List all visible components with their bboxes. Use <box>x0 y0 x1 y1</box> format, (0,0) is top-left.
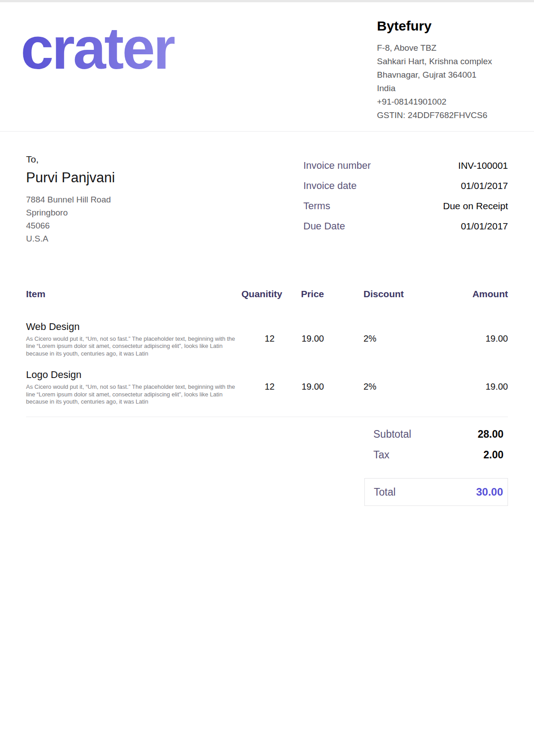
customer-address: 7884 Bunnel Hill Road Springboro 45066 U… <box>26 193 115 245</box>
subtotal-row: Subtotal 28.00 <box>364 428 508 440</box>
total-box: Total 30.00 <box>364 478 508 506</box>
subtotal-label: Subtotal <box>373 428 411 440</box>
due-date-label: Due Date <box>303 220 345 233</box>
item-discount: 2% <box>324 369 427 406</box>
company-address-line: Sahkari Hart, Krishna complex <box>377 55 508 68</box>
invoice-date-row: Invoice date 01/01/2017 <box>303 180 508 192</box>
invoice-body: To, Purvi Panjvani 7884 Bunnel Hill Road… <box>0 132 534 245</box>
item-cell: Logo Design As Cicero would put it, “Um,… <box>26 369 241 406</box>
company-phone: +91-08141901002 <box>377 95 508 109</box>
company-gstin: GSTIN: 24DDF7682FHVCS6 <box>377 109 508 122</box>
invoice-number-label: Invoice number <box>303 159 371 172</box>
total-label: Total <box>374 485 396 499</box>
due-date-row: Due Date 01/01/2017 <box>303 220 508 233</box>
item-name: Web Design <box>26 321 241 333</box>
invoice-number-value: INV-100001 <box>458 160 508 171</box>
customer-address-line: Springboro <box>26 206 115 219</box>
invoice-date-label: Invoice date <box>303 180 357 192</box>
item-description: As Cicero would put it, “Um, not so fast… <box>26 383 238 406</box>
company-block: Bytefury F-8, Above TBZ Sahkari Hart, Kr… <box>377 18 508 122</box>
table-row: Web Design As Cicero would put it, “Um, … <box>26 309 508 358</box>
crater-logo: crater <box>21 13 175 84</box>
customer-address-line: 7884 Bunnel Hill Road <box>26 193 115 206</box>
invoice-header: crater Bytefury F-8, Above TBZ Sahkari H… <box>0 2 534 132</box>
bill-to-block: To, Purvi Panjvani 7884 Bunnel Hill Road… <box>26 154 115 245</box>
terms-value: Due on Receipt <box>443 201 508 211</box>
customer-address-line: 45066 <box>26 219 115 232</box>
bill-to-intro: To, <box>26 154 115 165</box>
address-meta-row: To, Purvi Panjvani 7884 Bunnel Hill Road… <box>26 132 508 245</box>
column-header-amount: Amount <box>427 288 508 299</box>
item-quantity: 12 <box>241 321 275 358</box>
item-amount: 19.00 <box>427 321 508 358</box>
total-value: 30.00 <box>476 486 503 498</box>
item-price: 19.00 <box>275 369 324 406</box>
terms-row: Terms Due on Receipt <box>303 200 508 212</box>
tax-row: Tax 2.00 <box>364 448 508 461</box>
company-name: Bytefury <box>377 18 508 34</box>
company-address: F-8, Above TBZ Sahkari Hart, Krishna com… <box>377 41 508 122</box>
tax-value: 2.00 <box>483 449 503 461</box>
item-name: Logo Design <box>26 369 241 381</box>
item-description: As Cicero would put it, “Um, not so fast… <box>26 335 238 358</box>
company-address-line: Bhavnagar, Gujrat 364001 <box>377 68 508 82</box>
item-cell: Web Design As Cicero would put it, “Um, … <box>26 321 241 358</box>
invoice-date-value: 01/01/2017 <box>461 180 508 191</box>
company-address-line: F-8, Above TBZ <box>377 41 508 55</box>
invoice-number-row: Invoice number INV-100001 <box>303 159 508 172</box>
items-table-header: Item Quanitity Price Discount Amount <box>26 288 508 309</box>
company-address-line: India <box>377 82 508 95</box>
tax-label: Tax <box>373 448 390 461</box>
item-discount: 2% <box>324 321 427 358</box>
customer-address-line: U.S.A <box>26 232 115 245</box>
column-header-discount: Discount <box>324 288 427 299</box>
subtotal-value: 28.00 <box>477 428 503 440</box>
item-amount: 19.00 <box>427 369 508 406</box>
column-header-quantity: Quanitity <box>241 288 275 299</box>
invoice-meta-block: Invoice number INV-100001 Invoice date 0… <box>303 154 508 245</box>
totals-block: Subtotal 28.00 Tax 2.00 Total 30.00 <box>364 428 508 506</box>
column-header-item: Item <box>26 288 241 299</box>
item-quantity: 12 <box>241 369 275 406</box>
table-row: Logo Design As Cicero would put it, “Um,… <box>26 357 508 406</box>
column-header-price: Price <box>275 288 324 299</box>
items-table: Item Quanitity Price Discount Amount Web… <box>26 288 508 417</box>
due-date-value: 01/01/2017 <box>461 221 508 232</box>
customer-name: Purvi Panjvani <box>26 169 115 187</box>
terms-label: Terms <box>303 200 330 212</box>
item-price: 19.00 <box>275 321 324 358</box>
